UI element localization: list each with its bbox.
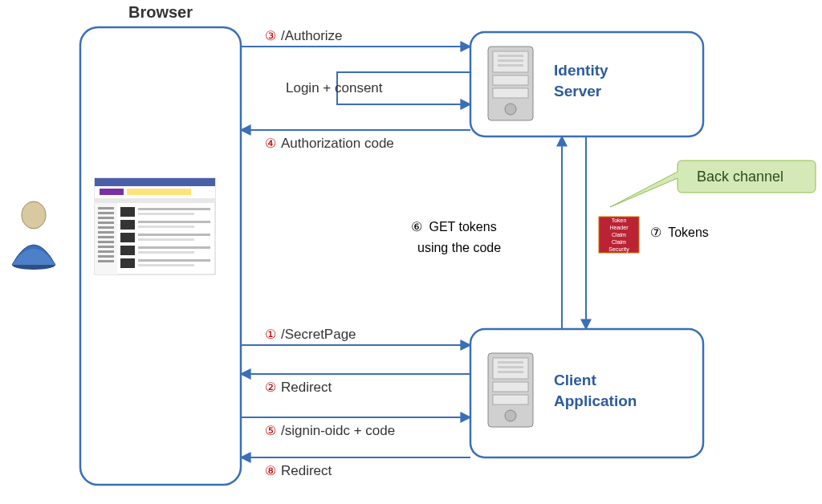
svg-rect-29 <box>138 238 194 241</box>
browser-title: Browser <box>128 3 193 21</box>
svg-rect-47 <box>493 395 528 404</box>
step-8-label: Redirect <box>281 463 332 478</box>
svg-rect-23 <box>138 213 194 215</box>
svg-rect-6 <box>127 189 191 195</box>
step-2-label: Redirect <box>281 380 332 395</box>
svg-text:Token: Token <box>612 217 627 223</box>
svg-rect-49 <box>498 361 523 364</box>
svg-rect-31 <box>138 246 210 249</box>
svg-rect-24 <box>120 220 135 230</box>
webpage-thumbnail <box>95 178 215 274</box>
svg-rect-16 <box>98 241 114 243</box>
svg-rect-3 <box>95 178 215 186</box>
svg-rect-19 <box>98 255 114 258</box>
svg-rect-17 <box>98 246 114 248</box>
step-8-num: ⑧ <box>265 464 276 478</box>
step-1-label: /SecretPage <box>281 327 356 342</box>
svg-rect-46 <box>493 382 528 392</box>
client-app-label-1: Client <box>554 372 596 388</box>
svg-text:Security: Security <box>608 246 629 253</box>
svg-rect-21 <box>120 207 135 217</box>
back-channel-callout: Back channel <box>610 161 816 207</box>
step-3-label: /Authorize <box>281 28 343 43</box>
back-channel-label: Back channel <box>697 169 783 185</box>
svg-rect-18 <box>98 250 114 253</box>
identity-server-label-1: Identity <box>554 62 608 79</box>
step-4-num: ④ <box>265 136 276 150</box>
svg-rect-10 <box>98 212 114 214</box>
svg-rect-27 <box>120 233 135 242</box>
svg-rect-11 <box>98 217 114 219</box>
svg-rect-35 <box>138 264 194 266</box>
svg-rect-20 <box>98 260 114 262</box>
client-server-icon <box>488 353 533 427</box>
svg-rect-12 <box>98 222 114 224</box>
step-5-label: /signin-oidc + code <box>281 423 395 438</box>
step-6-line2: using the code <box>417 241 501 254</box>
svg-rect-51 <box>498 371 523 373</box>
identity-server-label-2: Server <box>554 83 602 100</box>
svg-rect-32 <box>138 251 194 254</box>
svg-rect-50 <box>498 366 523 368</box>
svg-rect-39 <box>493 88 528 98</box>
svg-rect-34 <box>138 259 210 262</box>
svg-rect-41 <box>498 55 523 57</box>
svg-point-48 <box>505 410 516 421</box>
step-2-num: ② <box>265 380 276 394</box>
svg-rect-43 <box>498 64 523 67</box>
svg-rect-33 <box>120 258 135 268</box>
svg-rect-42 <box>498 59 523 62</box>
tokens-icon: Token Header Claim Claim Security <box>599 217 639 253</box>
svg-rect-38 <box>493 75 528 85</box>
svg-rect-26 <box>138 226 194 228</box>
svg-point-0 <box>22 201 46 229</box>
svg-rect-28 <box>138 234 210 236</box>
svg-rect-14 <box>98 231 114 234</box>
svg-rect-15 <box>98 236 114 238</box>
svg-rect-30 <box>120 246 135 255</box>
step-5-num: ⑤ <box>265 424 276 437</box>
svg-rect-9 <box>98 207 114 209</box>
svg-rect-25 <box>138 221 210 223</box>
user-icon <box>12 201 55 270</box>
svg-text:Header: Header <box>610 225 629 230</box>
svg-point-40 <box>505 104 516 115</box>
svg-rect-7 <box>95 198 215 203</box>
svg-rect-22 <box>138 208 210 210</box>
server-icon <box>488 47 533 120</box>
svg-text:Claim: Claim <box>612 239 626 245</box>
svg-rect-5 <box>100 189 124 195</box>
client-app-label-2: Application <box>554 392 637 409</box>
step-7-text: ⑦ Tokens <box>650 226 709 239</box>
svg-text:Claim: Claim <box>612 232 626 238</box>
svg-rect-13 <box>98 226 114 229</box>
step-6-line1: ⑥ GET tokens <box>411 220 497 234</box>
step-4-label: Authorization code <box>281 136 394 151</box>
step-1-num: ① <box>265 327 276 341</box>
login-consent-label: Login + consent <box>286 80 383 96</box>
step-3-num: ③ <box>265 29 276 43</box>
